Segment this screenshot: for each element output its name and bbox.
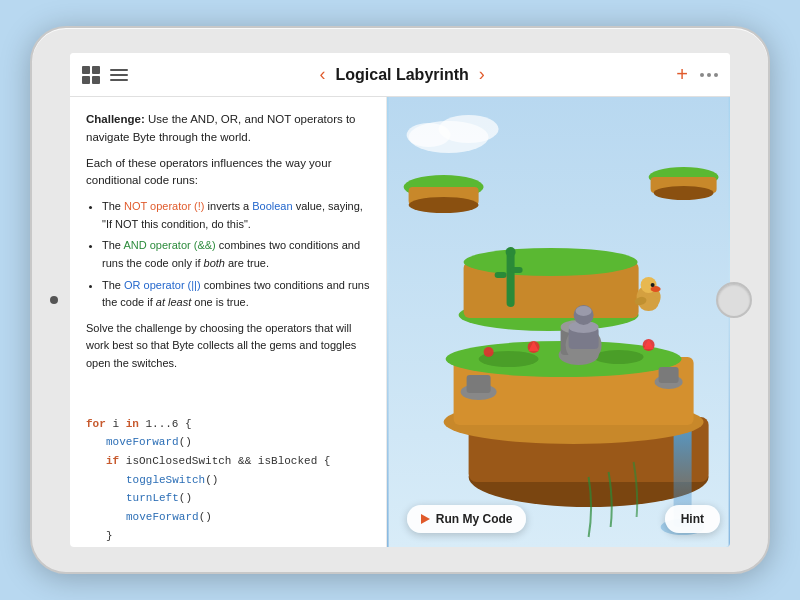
svg-rect-29: [510, 267, 522, 273]
nav-icons-right: +: [676, 63, 718, 86]
not-operator-highlight: NOT operator (!): [124, 200, 205, 212]
challenge-label: Challenge:: [86, 113, 145, 125]
svg-point-44: [653, 186, 713, 200]
atleast-italic: at least: [156, 296, 191, 308]
solve-text: Solve the challenge by choosing the oper…: [86, 320, 370, 373]
svg-point-3: [406, 123, 450, 147]
left-panel: Challenge: Use the AND, OR, and NOT oper…: [70, 97, 387, 547]
run-code-button[interactable]: Run My Code: [407, 505, 527, 533]
code-line-4: toggleSwitch(): [86, 471, 370, 490]
toggle-switch-call: toggleSwitch: [126, 474, 205, 486]
svg-point-18: [593, 350, 643, 364]
code-range: 1...6 {: [145, 418, 191, 430]
code-line-2: moveForward(): [86, 433, 370, 452]
challenge-section: Challenge: Use the AND, OR, and NOT oper…: [86, 111, 370, 385]
list-item: The NOT operator (!) inverts a Boolean v…: [102, 198, 370, 233]
list-view-icon[interactable]: [110, 69, 128, 81]
grid-view-icon[interactable]: [82, 66, 100, 84]
ipad-frame: ‹ Logical Labyrinth › + Challenge: Use t…: [30, 26, 770, 574]
list-item: The AND operator (&&) combines two condi…: [102, 237, 370, 272]
svg-point-39: [650, 283, 654, 287]
right-panel: Run My Code Hint: [387, 97, 730, 547]
svg-point-35: [483, 347, 493, 357]
hint-button-label: Hint: [681, 512, 704, 526]
nav-icons-left: [82, 66, 128, 84]
list-item: The OR operator (||) combines two condit…: [102, 277, 370, 312]
nav-forward-arrow[interactable]: ›: [477, 64, 487, 85]
code-line-5: turnLeft(): [86, 489, 370, 508]
svg-rect-48: [658, 367, 678, 383]
code-line-3: if isOnClosedSwitch && isBlocked {: [86, 452, 370, 471]
code-paren: (): [179, 436, 192, 448]
in-keyword: in: [126, 418, 139, 430]
play-icon: [421, 514, 430, 524]
bullet-list: The NOT operator (!) inverts a Boolean v…: [86, 198, 370, 312]
nav-bar: ‹ Logical Labyrinth › +: [70, 53, 730, 97]
code-line-7: }: [86, 527, 370, 546]
code-condition: isOnClosedSwitch && isBlocked {: [126, 455, 331, 467]
intro-text: Each of these operators influences the w…: [86, 155, 370, 191]
challenge-text: Challenge: Use the AND, OR, and NOT oper…: [86, 111, 370, 147]
code-loop-var: i: [112, 418, 125, 430]
svg-point-30: [505, 247, 515, 257]
svg-point-16: [463, 248, 637, 276]
code-line-1: for i in 1...6 {: [86, 415, 370, 434]
game-scene-svg: [387, 97, 730, 547]
svg-point-26: [575, 306, 591, 316]
run-button-label: Run My Code: [436, 512, 513, 526]
code-paren4: (): [199, 511, 212, 523]
or-operator-highlight: OR operator (||): [124, 279, 201, 291]
move-forward-call-2: moveForward: [126, 511, 199, 523]
svg-rect-46: [466, 375, 490, 393]
nav-title: Logical Labyrinth: [335, 66, 468, 84]
svg-rect-27: [506, 252, 514, 307]
svg-point-6: [408, 197, 478, 213]
hint-button[interactable]: Hint: [665, 505, 720, 533]
code-line-8: }: [86, 545, 370, 547]
turn-left-call: turnLeft: [126, 492, 179, 504]
ipad-screen: ‹ Logical Labyrinth › + Challenge: Use t…: [70, 53, 730, 547]
nav-center: ‹ Logical Labyrinth ›: [136, 64, 668, 85]
code-line-6: moveForward(): [86, 508, 370, 527]
svg-rect-28: [494, 272, 506, 278]
code-paren2: (): [205, 474, 218, 486]
if-keyword: if: [106, 455, 119, 467]
code-paren3: (): [179, 492, 192, 504]
and-operator-highlight: AND operator (&&): [123, 239, 215, 251]
both-italic: both: [204, 257, 225, 269]
nav-back-arrow[interactable]: ‹: [317, 64, 327, 85]
main-content: Challenge: Use the AND, OR, and NOT oper…: [70, 97, 730, 547]
more-options-icon[interactable]: [700, 73, 718, 77]
code-section[interactable]: for i in 1...6 { moveForward() if isOnCl…: [86, 415, 370, 547]
for-keyword: for: [86, 418, 106, 430]
add-icon[interactable]: +: [676, 63, 688, 86]
boolean-highlight: Boolean: [252, 200, 292, 212]
move-forward-call: moveForward: [106, 436, 179, 448]
